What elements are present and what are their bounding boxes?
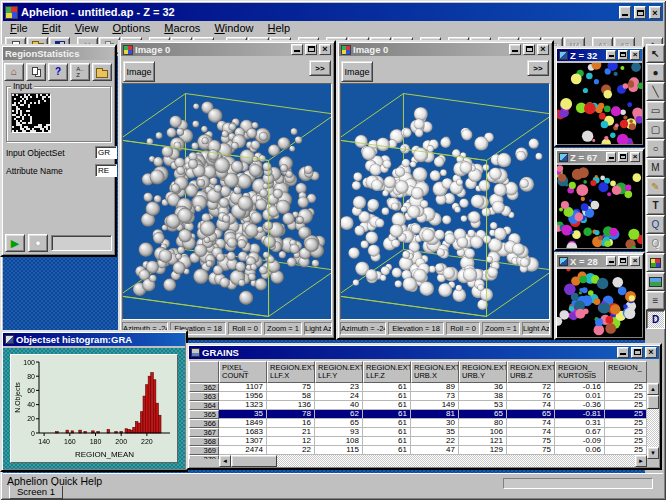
- sort-button[interactable]: A.. Z: [70, 63, 90, 81]
- table-row-363[interactable]: 36319565824617338760.0125: [189, 392, 649, 401]
- polygon-tool[interactable]: M: [646, 158, 665, 177]
- overlay-tool[interactable]: [646, 272, 665, 291]
- table-row-362[interactable]: 3621107752361893672-0.1625: [189, 383, 649, 392]
- grains-minimize-button[interactable]: [617, 347, 629, 358]
- table-row-369[interactable]: 3692474221156147129750.0625: [189, 446, 649, 455]
- table-row-367[interactable]: 367168321936135106740.6725: [189, 428, 649, 437]
- slice-z67-minimize-button[interactable]: [606, 152, 616, 162]
- slice-z67-titlebar[interactable]: Z = 67 ×: [557, 151, 642, 163]
- grains-titlebar[interactable]: GRAINS ×: [189, 346, 659, 359]
- image-window-2-minimize-button[interactable]: [509, 44, 521, 55]
- text-tool[interactable]: T: [646, 196, 665, 215]
- ellipse-tool[interactable]: ○: [646, 139, 665, 158]
- grains-horizontal-scrollbar[interactable]: ◄ ►: [219, 455, 647, 467]
- operator-home-button[interactable]: ⌂: [4, 63, 24, 81]
- slice-z32-titlebar[interactable]: Z = 32 ×: [557, 49, 642, 61]
- rounded-rectangle-tool[interactable]: ▢: [646, 120, 665, 139]
- vertical-scroll-thumb[interactable]: [647, 395, 659, 409]
- close-button[interactable]: ×: [649, 6, 661, 19]
- slice-z32-maximize-button[interactable]: [618, 50, 628, 60]
- table-row-366[interactable]: 36618491665613080740.3125: [189, 419, 649, 428]
- horizontal-scroll-thumb[interactable]: [231, 455, 277, 467]
- run-operator-button[interactable]: ▶: [5, 234, 25, 252]
- menu-view[interactable]: View: [68, 22, 106, 35]
- column-header[interactable]: [189, 361, 219, 383]
- slice-z32-minimize-button[interactable]: [606, 50, 616, 60]
- grains-vertical-scrollbar[interactable]: ▲ ▼: [647, 383, 659, 459]
- palette-tool[interactable]: [646, 253, 665, 272]
- table-row-365[interactable]: 36535786261816565-0.8125: [189, 410, 649, 419]
- cell: 74: [507, 428, 555, 437]
- image-window-1-maximize-button[interactable]: [305, 44, 317, 55]
- main-titlebar[interactable]: Aphelion - untitled.ap - Z = 32 ×: [3, 3, 663, 21]
- ellipse-icon: ○: [652, 144, 658, 154]
- column-header[interactable]: REGION.EXTILLF.Y: [315, 361, 363, 383]
- slice-z32-close-button[interactable]: ×: [630, 50, 640, 60]
- slice-x28-titlebar[interactable]: X = 28 ×: [557, 255, 642, 267]
- image-window-1-close-button[interactable]: ×: [319, 44, 331, 55]
- slice-z67-close-button[interactable]: ×: [630, 152, 640, 162]
- rectangle-tool[interactable]: ▭: [646, 101, 665, 120]
- column-header[interactable]: REGION_: [605, 361, 647, 383]
- slice-x28-maximize-button[interactable]: [618, 256, 628, 266]
- column-header[interactable]: REGION_KURTOSIS: [555, 361, 605, 383]
- menu-edit[interactable]: Edit: [35, 22, 68, 35]
- scroll-right-button[interactable]: ►: [635, 455, 647, 467]
- grains-close-button[interactable]: ×: [645, 347, 657, 358]
- copy-settings-button[interactable]: [26, 63, 46, 81]
- column-header[interactable]: PIXEL_COUNT: [219, 361, 267, 383]
- menu-window[interactable]: Window: [207, 22, 260, 35]
- grains-maximize-button[interactable]: [631, 347, 643, 358]
- image-window-2-titlebar[interactable]: Image 0 ×: [339, 43, 551, 56]
- scroll-left-button[interactable]: ◄: [219, 455, 231, 467]
- menu-macros[interactable]: Macros: [157, 22, 207, 35]
- image-window-1-titlebar[interactable]: Image 0 ×: [121, 43, 333, 56]
- export-button[interactable]: [92, 63, 112, 81]
- app-icon[interactable]: [5, 6, 18, 19]
- point-tool[interactable]: ●: [646, 63, 665, 82]
- column-header[interactable]: REGION.EXTIURB.Y: [459, 361, 507, 383]
- table-row-364[interactable]: 364132313640611495374-0.3625: [189, 401, 649, 410]
- image-window-2-maximize-button[interactable]: [523, 44, 535, 55]
- line-tool[interactable]: ╲: [646, 82, 665, 101]
- stop-operator-button[interactable]: ●: [28, 234, 48, 252]
- profile-tool[interactable]: ≡: [646, 291, 665, 310]
- slice-x28-minimize-button[interactable]: [606, 256, 616, 266]
- column-header[interactable]: REGION.EXTIURB.Z: [507, 361, 555, 383]
- pointer-tool[interactable]: ↖: [646, 44, 665, 63]
- 3d-render-canvas-2[interactable]: [341, 84, 549, 318]
- image-window-2-close-button[interactable]: ×: [537, 44, 549, 55]
- 3d-render-canvas-1[interactable]: [123, 84, 331, 318]
- column-header[interactable]: REGION.EXTILLF.X: [267, 361, 315, 383]
- menu-help[interactable]: Help: [261, 22, 298, 35]
- region-statistics-titlebar[interactable]: RegionStatistics: [3, 47, 114, 60]
- zoom-in-tool[interactable]: Q: [646, 215, 665, 234]
- histogram-titlebar[interactable]: Objectset histogram:GRA: [3, 333, 185, 346]
- pencil-tool[interactable]: ✎: [646, 177, 665, 196]
- input-objectset-field[interactable]: GR: [95, 146, 117, 159]
- table-row-368[interactable]: 368130712108612212175-0.0925: [189, 437, 649, 446]
- objectset-display-tool[interactable]: D: [646, 310, 665, 329]
- screen-tab[interactable]: Screen 1: [9, 486, 63, 499]
- expand-toolbar-button[interactable]: >>: [527, 60, 549, 76]
- expand-toolbar-button[interactable]: >>: [309, 60, 331, 76]
- image-window-1-minimize-button[interactable]: [291, 44, 303, 55]
- scroll-down-button[interactable]: ▼: [647, 447, 659, 459]
- attribute-name-field[interactable]: RE: [95, 164, 117, 177]
- menu-file[interactable]: File: [3, 22, 35, 35]
- operator-help-button[interactable]: ?: [48, 63, 68, 81]
- slice-x28-canvas[interactable]: [557, 269, 642, 337]
- menu-options[interactable]: Options: [105, 22, 157, 35]
- slice-z67-maximize-button[interactable]: [618, 152, 628, 162]
- slice-z67-canvas[interactable]: [557, 165, 642, 248]
- image-menu-button[interactable]: Image: [341, 61, 373, 82]
- restore-button[interactable]: [634, 6, 646, 19]
- minimize-button[interactable]: [619, 6, 631, 19]
- column-header[interactable]: REGION.EXTILLF.Z: [363, 361, 411, 383]
- scroll-up-button[interactable]: ▲: [647, 383, 659, 395]
- cell: 73: [411, 392, 459, 401]
- slice-z32-canvas[interactable]: [557, 63, 642, 144]
- image-menu-button[interactable]: Image: [123, 61, 155, 82]
- column-header[interactable]: REGION.EXTIURB.X: [411, 361, 459, 383]
- slice-x28-close-button[interactable]: ×: [630, 256, 640, 266]
